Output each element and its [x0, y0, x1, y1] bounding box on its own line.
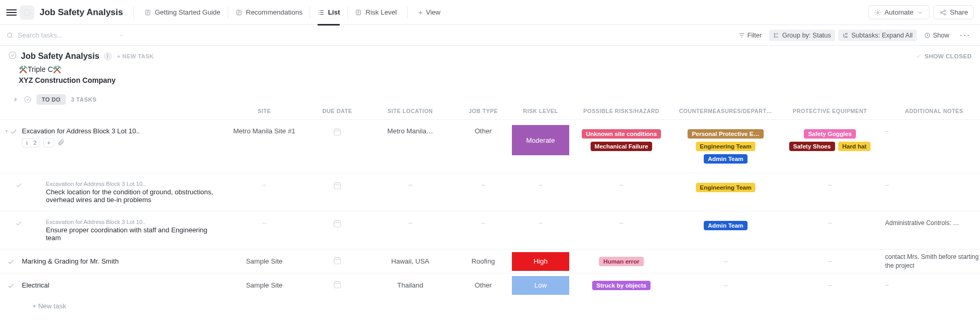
column-header[interactable]: ADDITIONAL NOTES	[882, 108, 980, 114]
meta-line-1: ⚒️Triple C⚒️	[19, 64, 980, 75]
view-tab-list[interactable]: List	[312, 5, 345, 19]
add-view-button[interactable]: + View	[413, 5, 446, 20]
calendar-icon[interactable]	[333, 256, 342, 267]
notes-cell[interactable]: –	[885, 281, 980, 289]
column-header[interactable]: SITE	[220, 108, 309, 114]
calendar-icon[interactable]	[333, 181, 342, 192]
job-type-cell[interactable]: Other	[455, 125, 512, 137]
site-location-cell[interactable]: Hawaii, USA	[366, 255, 455, 267]
add-subtask-button[interactable]: +	[43, 138, 54, 147]
task-row[interactable]: Marking & Grading for Mr. SmithSample Si…	[0, 249, 980, 273]
svg-point-9	[774, 33, 775, 34]
risk-level-cell[interactable]: High	[512, 252, 569, 271]
search-input[interactable]	[6, 31, 124, 40]
search-field[interactable]	[17, 31, 100, 40]
complete-check-icon[interactable]	[15, 220, 22, 229]
space-icon[interactable]	[20, 5, 34, 20]
task-name[interactable]: Excavation for Address Block 3 Lot 10..	[22, 127, 140, 135]
notes-cell[interactable]: –	[885, 127, 980, 135]
column-header[interactable]: DUE DATE	[309, 108, 366, 114]
subtasks-button[interactable]: Subtasks: Expand All	[838, 30, 916, 41]
task-row[interactable]: Excavation for Address Block 3 Lot 10..C…	[0, 173, 980, 211]
calendar-icon[interactable]	[333, 127, 342, 138]
job-type-cell[interactable]: Roofing	[455, 255, 512, 267]
share-button[interactable]: Share	[934, 5, 974, 19]
job-type-cell[interactable]: Other	[455, 279, 512, 291]
automate-button[interactable]: Automate	[868, 5, 930, 19]
svg-rect-16	[334, 129, 340, 135]
job-type-cell[interactable]: –	[455, 217, 512, 229]
parent-task-label: Excavation for Address Block 3 Lot 10..	[46, 181, 217, 187]
task-name[interactable]: Ensure proper coordination with staff an…	[46, 226, 207, 242]
calendar-icon[interactable]	[333, 280, 342, 291]
risk-level-cell[interactable]: Low	[512, 276, 569, 295]
notes-cell[interactable]: contact Mrs. Smith before starting the p…	[885, 253, 980, 269]
expand-caret-icon[interactable]: ▾	[5, 128, 8, 134]
column-header[interactable]: RISK LEVEL	[512, 108, 569, 114]
group-check-icon[interactable]	[24, 96, 31, 103]
complete-check-icon[interactable]	[10, 128, 17, 137]
notes-cell[interactable]: –	[885, 181, 980, 189]
svg-point-6	[944, 10, 946, 11]
site-location-cell[interactable]: Thailand	[366, 279, 455, 291]
complete-check-icon[interactable]	[15, 182, 22, 191]
column-header[interactable]: COUNTERMEASURES/DEPART…	[673, 108, 778, 114]
job-type-cell[interactable]: –	[455, 179, 512, 191]
column-header[interactable]: SITE LOCATION	[366, 108, 455, 114]
risk-level-cell[interactable]: Moderate	[512, 125, 569, 155]
notes-cell[interactable]: Administrative Controls: …	[885, 219, 980, 227]
site-cell[interactable]: Sample Site	[220, 279, 309, 291]
more-icon[interactable]: ···	[957, 30, 974, 41]
complete-check-icon[interactable]	[7, 282, 15, 291]
tag[interactable]: Safety Shoes	[789, 142, 835, 151]
new-task-top-button[interactable]: + NEW TASK	[117, 53, 154, 59]
site-location-cell[interactable]: Metro Manila…	[366, 125, 455, 137]
task-name[interactable]: Marking & Grading for Mr. Smith	[22, 257, 119, 265]
show-closed-button[interactable]: SHOW CLOSED	[915, 53, 972, 59]
task-row[interactable]: ▾Excavation for Address Block 3 Lot 10..…	[0, 119, 980, 173]
status-circle-icon[interactable]	[8, 51, 17, 61]
tag[interactable]: Personal Protective E…	[688, 129, 764, 139]
column-header[interactable]: PROTECTIVE EQUIPMENT	[778, 108, 882, 114]
filter-button[interactable]: Filter	[734, 30, 766, 41]
chevron-down-icon[interactable]	[119, 33, 124, 38]
tag[interactable]: Unknown site conditions	[582, 129, 661, 139]
site-cell[interactable]: –	[220, 179, 309, 191]
show-button[interactable]: Show	[920, 30, 953, 41]
info-icon[interactable]: i	[104, 52, 112, 60]
view-tab-getting-started-guide[interactable]: Getting Started Guide	[139, 5, 226, 19]
svg-rect-18	[334, 221, 340, 227]
tag[interactable]: Engineering Team	[696, 142, 756, 151]
status-pill[interactable]: TO DO	[36, 94, 66, 105]
site-cell[interactable]: –	[220, 217, 309, 229]
subtask-count-chip[interactable]: 2	[22, 138, 40, 147]
tag[interactable]: Safety Goggles	[804, 129, 856, 139]
groupby-button[interactable]: Group by: Status	[769, 30, 835, 41]
menu-icon[interactable]	[6, 8, 17, 17]
view-tab-risk-level[interactable]: Risk Level	[350, 5, 402, 19]
collapse-caret-icon[interactable]	[14, 97, 19, 102]
site-cell[interactable]: Metro Manila Site #1	[220, 125, 309, 137]
new-task-row-button[interactable]: + New task	[0, 297, 980, 319]
attachment-icon[interactable]	[57, 139, 65, 147]
tag[interactable]: Hard hat	[838, 142, 871, 151]
column-header[interactable]: JOB TYPE	[455, 108, 512, 114]
task-row[interactable]: ElectricalSample SiteThailandOtherLowStr…	[0, 273, 980, 297]
calendar-icon[interactable]	[333, 219, 342, 230]
task-name[interactable]: Electrical	[22, 281, 50, 289]
complete-check-icon[interactable]	[7, 258, 15, 267]
tag[interactable]: Struck by objects	[592, 281, 651, 290]
site-cell[interactable]: Sample Site	[220, 255, 309, 267]
tag[interactable]: Admin Team	[704, 221, 748, 230]
site-location-cell[interactable]: –	[366, 179, 455, 191]
task-row[interactable]: Excavation for Address Block 3 Lot 10..E…	[0, 211, 980, 249]
list-title: Job Safety Analysis	[21, 52, 100, 61]
view-tab-recommendations[interactable]: Recommendations	[230, 5, 308, 19]
tag[interactable]: Engineering Team	[696, 183, 756, 192]
tag[interactable]: Admin Team	[704, 154, 748, 164]
task-name[interactable]: Check location for the condition of grou…	[46, 188, 213, 204]
tag[interactable]: Human error	[599, 257, 643, 266]
site-location-cell[interactable]: –	[366, 217, 455, 229]
tag[interactable]: Mechanical Failure	[591, 142, 653, 151]
column-header[interactable]: POSSIBLE RISKS/HAZARD	[569, 108, 673, 114]
